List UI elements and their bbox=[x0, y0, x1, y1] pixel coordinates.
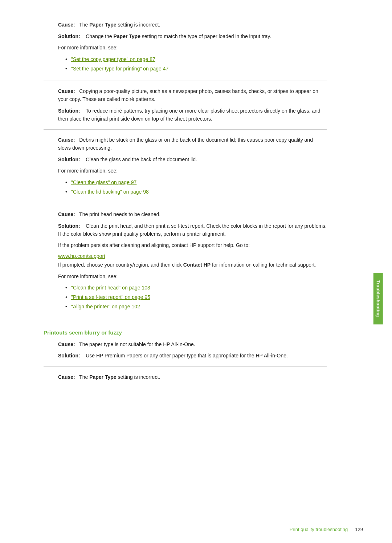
solution-label-4: Solution: bbox=[58, 223, 80, 229]
cause-label-blurry-1: Cause: bbox=[58, 341, 75, 347]
solution-3: Solution: Clean the glass and the back o… bbox=[58, 156, 327, 164]
contact-text-4: If prompted, choose your country/region,… bbox=[58, 261, 327, 269]
page-number: 129 bbox=[355, 527, 363, 532]
cause-final: Cause: The Paper Type setting is incorre… bbox=[58, 373, 327, 381]
list-item: "Clean the lid backing" on page 98 bbox=[65, 188, 327, 196]
section-1: Cause: The Paper Type setting is incorre… bbox=[44, 15, 327, 81]
paper-type-bold-sol-1: Paper Type bbox=[114, 33, 140, 39]
final-cause-section: Cause: The Paper Type setting is incorre… bbox=[44, 366, 327, 381]
side-tab-label: Troubleshooting bbox=[375, 280, 380, 317]
page-container: Cause: The Paper Type setting is incorre… bbox=[0, 0, 356, 410]
hp-support-url[interactable]: www.hp.com/support bbox=[58, 253, 327, 259]
more-info-4: For more information, see: bbox=[58, 273, 327, 281]
cause-label-2: Cause: bbox=[58, 88, 75, 94]
more-info-1: For more information, see: bbox=[58, 44, 327, 52]
link-clean-glass[interactable]: "Clean the glass" on page 97 bbox=[71, 179, 136, 185]
section-2: Cause: Copying a poor-quality picture, s… bbox=[44, 81, 327, 130]
link-clean-print-head[interactable]: "Clean the print head" on page 103 bbox=[71, 285, 150, 291]
cause-blurry-1: Cause: The paper type is not suitable fo… bbox=[58, 341, 327, 349]
link-list-3: "Clean the glass" on page 97 "Clean the … bbox=[65, 179, 327, 196]
link-paper-type-printing[interactable]: "Set the paper type for printing" on pag… bbox=[71, 66, 168, 72]
cause-label-4: Cause: bbox=[58, 211, 75, 217]
section-heading-blurry: Printouts seem blurry or fuzzy bbox=[44, 329, 327, 336]
paper-type-bold-1: Paper Type bbox=[89, 22, 116, 28]
cause-3: Cause: Debris might be stuck on the glas… bbox=[58, 136, 327, 152]
list-item: "Align the printer" on page 102 bbox=[65, 303, 327, 311]
cause-4: Cause: The print head needs to be cleane… bbox=[58, 211, 327, 219]
link-copy-paper-type[interactable]: "Set the copy paper type" on page 87 bbox=[71, 56, 155, 62]
paper-type-bold-final: Paper Type bbox=[89, 374, 116, 380]
heading-section: Printouts seem blurry or fuzzy Cause: Th… bbox=[44, 319, 327, 366]
footer: Print quality troubleshooting 129 bbox=[0, 527, 392, 532]
link-clean-lid[interactable]: "Clean the lid backing" on page 98 bbox=[71, 189, 149, 195]
list-item: "Set the copy paper type" on page 87 bbox=[65, 56, 327, 64]
link-list-4: "Clean the print head" on page 103 "Prin… bbox=[65, 284, 327, 311]
footer-link[interactable]: Print quality troubleshooting bbox=[290, 527, 348, 532]
blurry-subsection-1: Cause: The paper type is not suitable fo… bbox=[44, 341, 327, 360]
solution-label-2: Solution: bbox=[58, 108, 80, 114]
side-tab: Troubleshooting bbox=[373, 273, 383, 325]
link-list-1: "Set the copy paper type" on page 87 "Se… bbox=[65, 56, 327, 73]
list-item: "Set the paper type for printing" on pag… bbox=[65, 65, 327, 73]
solution-blurry-1: Solution: Use HP Premium Papers or any o… bbox=[58, 352, 327, 360]
list-item: "Clean the glass" on page 97 bbox=[65, 179, 327, 187]
list-item: "Print a self-test report" on page 95 bbox=[65, 293, 327, 301]
solution-label-1: Solution: bbox=[58, 33, 80, 39]
link-self-test-report[interactable]: "Print a self-test report" on page 95 bbox=[71, 294, 150, 300]
more-info-3: For more information, see: bbox=[58, 167, 327, 175]
solution-4: Solution: Clean the print head, and then… bbox=[58, 222, 327, 238]
solution-label-blurry-1: Solution: bbox=[58, 353, 80, 358]
solution-1: Solution: Change the Paper Type setting … bbox=[58, 33, 327, 41]
cause-2: Cause: Copying a poor-quality picture, s… bbox=[58, 88, 327, 103]
section-3: Cause: Debris might be stuck on the glas… bbox=[44, 130, 327, 204]
cause-label-final: Cause: bbox=[58, 374, 75, 380]
list-item: "Clean the print head" on page 103 bbox=[65, 284, 327, 292]
contact-hp-bold: Contact HP bbox=[183, 262, 211, 268]
link-align-printer[interactable]: "Align the printer" on page 102 bbox=[71, 304, 140, 309]
section-4: Cause: The print head needs to be cleane… bbox=[44, 204, 327, 319]
solution-label-3: Solution: bbox=[58, 157, 80, 162]
cause-label-1: Cause: bbox=[58, 22, 75, 28]
cause-label-3: Cause: bbox=[58, 137, 75, 143]
cause-1: Cause: The Paper Type setting is incorre… bbox=[58, 21, 327, 29]
solution-2: Solution: To reduce moiré patterns, try … bbox=[58, 107, 327, 123]
extra-text-4: If the problem persists after cleaning a… bbox=[58, 242, 327, 250]
